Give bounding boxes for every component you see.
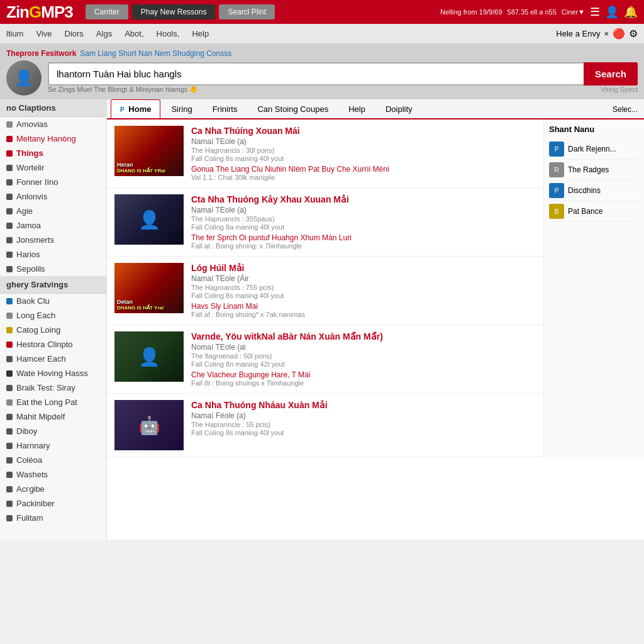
searcl-plint-button[interactable]: Searcl Plint bbox=[219, 4, 275, 19]
song-title[interactable]: Cta Nha Thuóng Kåy Xhau Xuuan Mải bbox=[191, 194, 536, 204]
song-thumbnail[interactable]: 👤 bbox=[114, 194, 184, 245]
song-title[interactable]: Ca Nha Thúíng Xouan Mái bbox=[191, 126, 536, 136]
search-input[interactable] bbox=[48, 62, 584, 86]
sidebar-item-diboy[interactable]: Diboy bbox=[0, 424, 106, 438]
dot-icon bbox=[6, 194, 13, 200]
phay-new-ressons-button[interactable]: Phay New Ressons bbox=[132, 4, 216, 19]
sidebar-item-things[interactable]: Things bbox=[0, 146, 106, 160]
tab-siring[interactable]: Siring bbox=[162, 99, 201, 118]
sidebar-item-hestora[interactable]: Hestora Clinpto bbox=[0, 337, 106, 352]
navbar-icon2[interactable]: ⚙ bbox=[629, 28, 638, 40]
searchbar: Theprore Fesitwork Sam Liang Shurt Nan N… bbox=[0, 44, 644, 99]
sidebar-item-acrgibe[interactable]: Acrɡibe bbox=[0, 482, 106, 496]
sidebar-item-hamcer[interactable]: Hamcer Each bbox=[0, 352, 106, 366]
right-panel-item[interactable]: R The Radges bbox=[549, 160, 639, 180]
logo: ZinGMP3 bbox=[6, 3, 73, 22]
sidebar-item-braik[interactable]: Braik Test: Siray bbox=[0, 380, 106, 395]
nav-abot[interactable]: Abot, bbox=[125, 29, 143, 38]
sidebar-item-packiniber[interactable]: Packiniber bbox=[0, 496, 106, 511]
song-info: Lóg Húil Mải Namaí TEole (Áir The Hagroa… bbox=[191, 263, 536, 318]
nav-algs[interactable]: Algs bbox=[96, 29, 112, 38]
song-plays: The Hapranncle : 55 pcis) bbox=[191, 421, 536, 428]
nav-ltium[interactable]: ltium bbox=[6, 29, 23, 38]
sidebar-item-anlonvis[interactable]: Anlonvis bbox=[0, 189, 106, 204]
song-thumbnail[interactable]: 👤 bbox=[114, 331, 184, 382]
thumb-sub-text: DHANG IS HẤT Yral bbox=[117, 305, 164, 311]
nav-diors[interactable]: Diors bbox=[65, 29, 84, 38]
featured-label: Theprore Fesitwork bbox=[6, 49, 76, 58]
sidebar-label: Agie bbox=[16, 206, 33, 216]
tab-label: Doiplity bbox=[386, 104, 413, 114]
song-title[interactable]: Ca Nha Thuóng Nháau Xuàn Mải bbox=[191, 400, 536, 410]
right-panel-item[interactable]: P Discdhins bbox=[549, 180, 639, 201]
song-album-link[interactable]: Che Viacheur Bugunge Hare, T Mái bbox=[191, 370, 536, 379]
sidebar-label: Wate Hoving Hasss bbox=[16, 369, 88, 378]
sidebar-item-agie[interactable]: Agie bbox=[0, 204, 106, 218]
sidebar-label: Fonner IIno bbox=[16, 177, 58, 187]
tab-frinirts[interactable]: Frinirts bbox=[203, 99, 247, 118]
sidebar-item-mahit[interactable]: Mahit Mipdelf bbox=[0, 409, 106, 424]
song-title[interactable]: Lóg Húil Mải bbox=[191, 263, 536, 273]
sidebar-item-harios[interactable]: Harios bbox=[0, 247, 106, 262]
right-panel: Shant Nanu P Dark Rejenn... R The Radges… bbox=[543, 119, 644, 457]
searchbar-bottom-text: Se Zings Muel The Blongt & Miniynan hlam… bbox=[48, 86, 198, 94]
song-thumbnail[interactable]: Heran DHANG IS HẤT YRai bbox=[114, 126, 184, 176]
tab-help[interactable]: Help bbox=[339, 99, 375, 118]
song-info: Varnde, Yöu witkNal aBàr Nán Xuàn Mẩn Mẩ… bbox=[191, 331, 536, 387]
sidebar-item-jamoa[interactable]: Jamoa bbox=[0, 218, 106, 233]
sidebar-item-fonner[interactable]: Fonner IIno bbox=[0, 175, 106, 189]
nav-help[interactable]: Help bbox=[192, 29, 209, 38]
song-album-link[interactable]: Havs Sly Linam Mai bbox=[191, 302, 536, 311]
sidebar-item-amovias[interactable]: Amovias bbox=[0, 117, 106, 131]
right-panel-label: Discdhins bbox=[568, 186, 601, 195]
nav-vive[interactable]: Vive bbox=[36, 29, 52, 38]
sidebar-item-baok[interactable]: Baok Clu bbox=[0, 294, 106, 308]
sidebar-item-fulitam[interactable]: Fulitam bbox=[0, 511, 106, 525]
song-artist: Namaí TEole (a) bbox=[191, 206, 536, 214]
sidebar-item-jonsmerts[interactable]: Jonsmerts bbox=[0, 233, 106, 247]
sidebar-item-washets[interactable]: Washets bbox=[0, 467, 106, 482]
sidebar-item-eat-the-long-pat[interactable]: Eat the Long Pat bbox=[0, 395, 106, 409]
navbar-close-icon[interactable]: × bbox=[604, 29, 609, 38]
nav-hools[interactable]: Hools, bbox=[157, 29, 180, 38]
right-panel-item[interactable]: P Dark Rejenn... bbox=[549, 139, 639, 160]
sidebar-item-long-each[interactable]: Long Each bbox=[0, 308, 106, 323]
right-panel-title: Shant Nanu bbox=[549, 125, 639, 134]
right-panel-item[interactable]: B Pat Bance bbox=[549, 201, 639, 222]
navbar-icon1[interactable]: 🔴 bbox=[613, 28, 625, 40]
dot-icon bbox=[6, 327, 13, 333]
sidebar-item-meltany[interactable]: Meltany Hanóng bbox=[0, 131, 106, 146]
sidebar-item-harnnary[interactable]: Harnnary bbox=[0, 438, 106, 453]
sidebar-label: Long Each bbox=[16, 311, 55, 320]
tab-label: Home bbox=[128, 104, 151, 114]
song-album-link[interactable]: The fer Sprch Oi puntuf Huahgn Xhum Mán … bbox=[191, 233, 536, 242]
sidebar-label: Harios bbox=[16, 250, 40, 259]
sidebar-label: Eat the Long Pat bbox=[16, 397, 77, 407]
sidebar-item-coleoa[interactable]: Coléoa bbox=[0, 453, 106, 467]
song-thumbnail[interactable]: Detan DHANG IS HẤT Yral bbox=[114, 263, 184, 313]
dot-icon bbox=[6, 472, 13, 478]
sidebar-item-wortelir[interactable]: Wortelir bbox=[0, 160, 106, 175]
list-icon[interactable]: ☰ bbox=[590, 5, 600, 19]
dot-icon bbox=[6, 121, 13, 128]
carriter-button[interactable]: Carriter bbox=[86, 4, 128, 19]
dot-icon bbox=[6, 457, 13, 464]
tab-home[interactable]: P Home bbox=[111, 99, 160, 118]
search-button[interactable]: Search bbox=[584, 62, 638, 86]
thumb-title-text: Detan bbox=[117, 299, 164, 305]
song-album-link[interactable]: Gonua The Liang Clu Niuhin Nlém Pat Buy … bbox=[191, 165, 536, 174]
sidebar-item-catog[interactable]: Catog Loing bbox=[0, 323, 106, 337]
sidebar-item-sepolils[interactable]: Sepolils bbox=[0, 262, 106, 276]
song-title[interactable]: Varnde, Yöu witkNal aBàr Nán Xuàn Mẩn Mẩ… bbox=[191, 331, 536, 341]
tab-can-stoing[interactable]: Can Stoing Coupes bbox=[248, 99, 338, 118]
tab-doiplity[interactable]: Doiplity bbox=[376, 99, 422, 118]
dot-icon bbox=[6, 356, 13, 362]
sidebar-item-wate[interactable]: Wate Hoving Hasss bbox=[0, 366, 106, 380]
thumb-sub-text: DHANG IS HẤT YRai bbox=[117, 168, 165, 174]
ciner-text[interactable]: Ciner▼ bbox=[562, 8, 585, 16]
user-icon[interactable]: 👤 bbox=[605, 5, 619, 19]
featured-link[interactable]: Sam Liang Shurt Nan Nem Shudging Consss bbox=[80, 49, 231, 58]
song-thumbnail[interactable]: 🤖 bbox=[114, 400, 184, 450]
song-plays: The Hagroancls : 755 pcis) bbox=[191, 284, 536, 291]
bell-icon[interactable]: 🔔 bbox=[624, 5, 638, 19]
